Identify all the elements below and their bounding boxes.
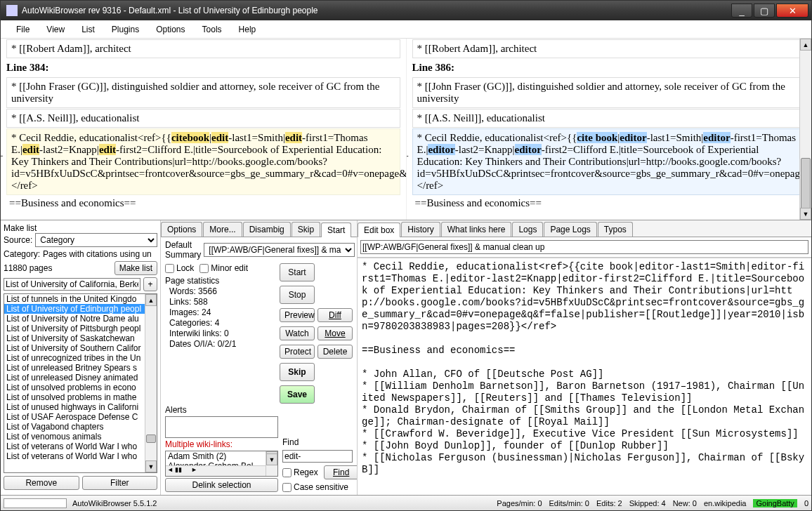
alerts-label: Alerts — [165, 405, 278, 415]
options-panel: Options More... Disambig Skip Start Defa… — [161, 220, 358, 495]
stat-categories: Categories: 4 — [169, 318, 275, 328]
stat-words: Words: 3566 — [169, 286, 275, 297]
diff-context: * [[John Fraser (GC)]], distinguished so… — [412, 77, 806, 108]
make-list-button[interactable]: Make list — [114, 261, 157, 275]
app-icon — [6, 5, 18, 16]
menu-options[interactable]: Options — [155, 23, 186, 36]
diff-button[interactable]: Diff — [317, 308, 353, 322]
diff-left: * [[Robert Adam]], architect Line 384: *… — [1, 39, 406, 220]
list-item[interactable]: List of veterans of World War I who — [4, 451, 157, 461]
start-button[interactable]: Start — [280, 263, 315, 281]
menubar: File View List Plugins Options Tools Hel… — [1, 20, 811, 39]
menu-tools[interactable]: Tools — [201, 23, 223, 36]
menu-plugins[interactable]: Plugins — [110, 23, 140, 36]
tab-history[interactable]: History — [401, 222, 440, 237]
tab-start[interactable]: Start — [321, 223, 351, 237]
source-select[interactable]: Category — [35, 233, 157, 247]
editbox-panel: Edit box History What links here Logs Pa… — [358, 220, 811, 495]
tab-options[interactable]: Options — [161, 222, 202, 237]
diff-added: + * Cecil Reddie, educationalist<ref>{{c… — [412, 128, 806, 195]
default-summary-select[interactable]: [[WP:AWB/GF|General fixes]] & ma — [204, 243, 355, 257]
minimize-button[interactable]: _ — [731, 4, 752, 18]
main-window: AutoWikiBrowser rev 9316 - Default.xml -… — [0, 0, 812, 511]
list-item[interactable]: List of unreleased Britney Spears s — [4, 363, 157, 373]
diff-lineno-left: Line 384: — [6, 59, 400, 77]
username-badge[interactable]: GoingBatty — [753, 499, 797, 507]
minor-checkbox[interactable]: Minor edit — [199, 263, 248, 273]
regex-checkbox[interactable]: Regex — [282, 467, 318, 477]
menu-list[interactable]: List — [80, 23, 96, 36]
find-input[interactable] — [282, 450, 353, 463]
delink-button[interactable]: Delink selection — [165, 478, 278, 492]
diff-area: * [[Robert Adam]], architect Line 384: *… — [1, 39, 811, 220]
edit-textarea[interactable]: * Cecil Reddie, educationalist<ref>{{cit… — [358, 258, 811, 495]
list-item[interactable]: List of unreleased Disney animated — [4, 373, 157, 383]
add-button[interactable]: + — [143, 277, 157, 291]
app-version: AutoWikiBrowser 5.5.1.2 — [72, 499, 157, 507]
list-item[interactable]: List of University of Edinburgh peopl — [4, 304, 157, 314]
list-item[interactable]: List of tunnels in the United Kingdo — [4, 294, 157, 304]
tab-disambig[interactable]: Disambig — [243, 222, 291, 237]
skipped-count: Skipped: 4 — [629, 499, 666, 507]
protect-button[interactable]: Protect — [280, 345, 315, 359]
tab-more[interactable]: More... — [203, 222, 242, 237]
move-button[interactable]: Move — [317, 326, 353, 340]
tab-whatlinkshere[interactable]: What links here — [441, 222, 512, 237]
case-sensitive-checkbox[interactable]: Case sensitive — [282, 482, 353, 492]
list-item[interactable]: List of veterans of World War I who — [4, 442, 157, 451]
stop-button[interactable]: Stop — [280, 286, 315, 304]
list-item[interactable]: List of University of Pittsburgh peopl — [4, 324, 157, 333]
list-item[interactable]: List of unrecognized tribes in the Un — [4, 353, 157, 363]
list-item[interactable]: List of unused highways in Californi — [4, 402, 157, 412]
progress-bar — [4, 498, 67, 508]
multiple-links-list[interactable]: Adam Smith (2)Alexander Graham BelArthur… — [165, 451, 278, 477]
find-label: Find — [282, 437, 353, 447]
preview-button[interactable]: Preview — [280, 308, 315, 322]
tab-pagelogs[interactable]: Page Logs — [544, 222, 596, 237]
diff-context: * [[A.S. Neill]], educationalist — [6, 109, 400, 128]
pages-per-min: Pages/min: 0 — [497, 499, 542, 507]
list-item[interactable]: List of Vagabond chapters — [4, 422, 157, 432]
diff-context: ==Business and economics== — [6, 196, 400, 211]
tab-typos[interactable]: Typos — [598, 222, 633, 237]
list-item[interactable]: List of University of Southern Califor — [4, 343, 157, 353]
list-item[interactable]: List of University of Notre Dame alu — [4, 314, 157, 324]
stat-links: Links: 588 — [169, 297, 275, 307]
remove-button[interactable]: Remove — [4, 476, 79, 490]
diff-context: * [[A.S. Neill]], educationalist — [412, 109, 806, 128]
diff-scrollbar[interactable]: ▲ ▼ — [799, 39, 811, 220]
delete-button[interactable]: Delete — [317, 345, 353, 359]
tab-skip[interactable]: Skip — [292, 222, 320, 237]
tab-editbox[interactable]: Edit box — [358, 223, 400, 237]
diff-lineno-right: Line 386: — [412, 59, 806, 77]
menu-view[interactable]: View — [45, 23, 66, 36]
tab-logs[interactable]: Logs — [512, 222, 543, 237]
filter-input[interactable] — [4, 278, 140, 291]
list-item[interactable]: List of USAF Aerospace Defense C — [4, 412, 157, 422]
save-button[interactable]: Save — [280, 385, 315, 404]
list-item[interactable]: List of unsolved problems in mathe — [4, 392, 157, 402]
window-title: AutoWikiBrowser rev 9316 - Default.xml -… — [22, 6, 730, 15]
close-button[interactable]: ✕ — [776, 4, 808, 18]
watch-button[interactable]: Watch — [280, 326, 315, 340]
list-item[interactable]: List of University of Saskatchewan — [4, 333, 157, 343]
list-item[interactable]: List of venomous animals — [4, 432, 157, 442]
statusbar: AutoWikiBrowser 5.5.1.2 Pages/min: 0 Edi… — [1, 495, 811, 510]
menu-file[interactable]: File — [15, 23, 31, 36]
list-item[interactable]: List of unsolved problems in econo — [4, 383, 157, 392]
make-list-panel: Make list Source: Category Category: Pag… — [1, 220, 161, 495]
skip-button[interactable]: Skip — [280, 363, 315, 381]
edit-summary-input[interactable] — [360, 240, 808, 254]
titlebar[interactable]: AutoWikiBrowser rev 9316 - Default.xml -… — [1, 1, 811, 20]
status-count: 0 — [804, 499, 808, 507]
menu-help[interactable]: Help — [237, 23, 258, 36]
filter-button[interactable]: Filter — [82, 476, 158, 490]
list-item[interactable]: Adam Smith (2) — [166, 451, 277, 461]
default-summary-label: Default Summary — [165, 240, 201, 260]
diff-context: * [[Robert Adam]], architect — [6, 39, 400, 58]
pages-listbox[interactable]: List of tunnels in the United KingdoList… — [4, 293, 157, 473]
lock-checkbox[interactable]: Lock — [165, 263, 194, 273]
find-button[interactable]: Find — [324, 465, 357, 479]
diff-deleted: − * Cecil Reddie, educationalist<ref>{{c… — [6, 128, 400, 195]
maximize-button[interactable]: ▢ — [754, 4, 775, 18]
